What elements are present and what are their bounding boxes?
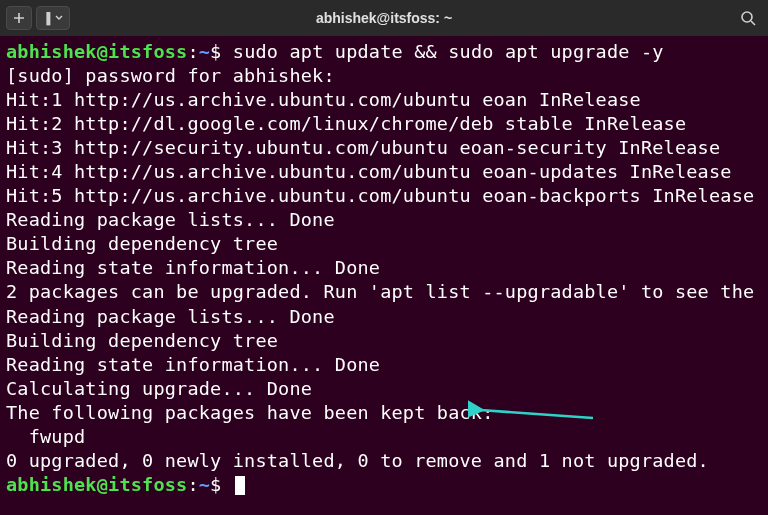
chevron-down-icon (55, 14, 63, 22)
svg-point-0 (742, 12, 752, 22)
prompt-path: ~ (199, 41, 210, 62)
output-line: 0 upgraded, 0 newly installed, 0 to remo… (6, 450, 709, 471)
output-line: Hit:4 http://us.archive.ubuntu.com/ubunt… (6, 161, 732, 182)
prompt-sep2: $ (210, 41, 221, 62)
plus-icon (13, 12, 25, 24)
search-icon (740, 10, 756, 26)
tab-menu-button[interactable]: ▐ (36, 6, 70, 30)
prompt-user: abhishek@itsfoss (6, 474, 187, 495)
output-line: Building dependency tree (6, 330, 278, 351)
prompt-path: ~ (199, 474, 210, 495)
prompt-line-2: abhishek@itsfoss:~$ (6, 474, 245, 495)
cursor (235, 476, 245, 495)
output-line: Reading package lists... Done (6, 209, 335, 230)
output-line: The following packages have been kept ba… (6, 402, 494, 423)
tab-indicator: ▐ (43, 11, 51, 25)
window-titlebar: ▐ abhishek@itsfoss: ~ (0, 0, 768, 36)
prompt-sep2: $ (210, 474, 221, 495)
output-line: Building dependency tree (6, 233, 278, 254)
output-line: Hit:3 http://security.ubuntu.com/ubuntu … (6, 137, 720, 158)
titlebar-left-controls: ▐ (6, 6, 70, 30)
window-title: abhishek@itsfoss: ~ (316, 9, 452, 27)
output-line: fwupd (6, 426, 85, 447)
output-line: 2 packages can be upgraded. Run 'apt lis… (6, 281, 754, 302)
prompt-sep1: : (187, 474, 198, 495)
prompt-sep1: : (187, 41, 198, 62)
output-line: Hit:2 http://dl.google.com/linux/chrome/… (6, 113, 686, 134)
terminal-body[interactable]: abhishek@itsfoss:~$ sudo apt update && s… (0, 36, 768, 503)
search-button[interactable] (734, 4, 762, 32)
output-line: Reading state information... Done (6, 354, 380, 375)
output-line: Hit:5 http://us.archive.ubuntu.com/ubunt… (6, 185, 754, 206)
output-line: Hit:1 http://us.archive.ubuntu.com/ubunt… (6, 89, 641, 110)
command-text: sudo apt update && sudo apt upgrade -y (233, 41, 664, 62)
new-tab-button[interactable] (6, 6, 32, 30)
prompt-user: abhishek@itsfoss (6, 41, 187, 62)
output-line: Reading package lists... Done (6, 306, 335, 327)
output-line: Calculating upgrade... Done (6, 378, 312, 399)
output-line: [sudo] password for abhishek: (6, 65, 335, 86)
titlebar-right-controls (734, 4, 762, 32)
prompt-line-1: abhishek@itsfoss:~$ sudo apt update && s… (6, 41, 664, 62)
output-line: Reading state information... Done (6, 257, 380, 278)
